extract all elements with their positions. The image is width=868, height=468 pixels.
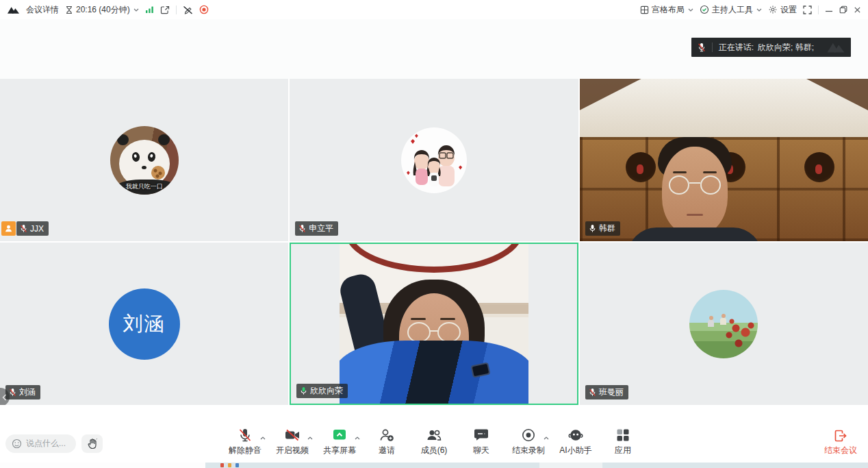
- glasses: [407, 322, 431, 343]
- titlebar-right: 宫格布局 主持人工具 设置: [640, 4, 861, 16]
- watermark-logo-icon: [821, 41, 851, 53]
- video-tile-jjx[interactable]: 我就只吃一口 JJX: [0, 79, 288, 241]
- hand-raised-badge: [1, 221, 16, 236]
- meeting-window: 会议详情 20:16 (40分钟): [0, 0, 868, 468]
- chevron-down-icon: [133, 8, 139, 12]
- pop-out-window-icon[interactable]: [160, 5, 170, 14]
- mic-muted-icon: [20, 224, 27, 233]
- control-label: AI小助手: [559, 445, 591, 456]
- shield-check-icon: [700, 5, 709, 14]
- ceiling-lamp: [345, 244, 523, 273]
- meeting-controls: 解除静音 开启视频 共享屏幕: [229, 426, 639, 456]
- mic-muted-icon: [691, 42, 712, 52]
- fullscreen-button[interactable]: [803, 5, 812, 14]
- members-icon: [426, 426, 442, 443]
- end-meeting-button[interactable]: 结束会议: [824, 429, 857, 456]
- mic-on-icon: [589, 224, 596, 233]
- network-signal-icon[interactable]: [145, 5, 154, 14]
- end-meeting-label: 结束会议: [824, 445, 857, 456]
- close-button[interactable]: [854, 6, 861, 14]
- avatar-panda-sticker: 我就只吃一口: [110, 126, 179, 195]
- titlebar-left: 会议详情 20:16 (40分钟): [7, 4, 209, 16]
- participant-nametag: JJX: [16, 221, 49, 236]
- mic-muted-icon: [298, 224, 306, 233]
- participant-name: 韩群: [599, 223, 615, 234]
- settings-button[interactable]: 设置: [768, 4, 797, 16]
- control-label: 成员(6): [421, 445, 448, 456]
- ai-assistant-icon: [567, 426, 584, 443]
- timer-dropdown[interactable]: 20:16 (40分钟): [65, 4, 139, 16]
- invite-person-icon: [379, 426, 395, 443]
- cookie: [151, 166, 165, 180]
- mic-muted-icon: [238, 426, 253, 443]
- avatar-family-cartoon: [401, 127, 467, 193]
- apps-button[interactable]: 应用: [607, 426, 639, 456]
- video-tile-xinxinxiangrong[interactable]: 欣欣向荣: [290, 243, 578, 405]
- host-tools-button[interactable]: 主持人工具: [700, 4, 762, 16]
- participant-nametag: 刘涵: [5, 385, 40, 399]
- titlebar: 会议详情 20:16 (40分钟): [0, 0, 868, 19]
- sticker-caption: 我就只吃一口: [110, 182, 179, 191]
- apps-grid-icon: [615, 426, 630, 443]
- control-label: 共享屏幕: [323, 445, 356, 456]
- layout-dropdown-button[interactable]: 宫格布局: [640, 4, 693, 16]
- control-label: 应用: [615, 445, 631, 456]
- members-button[interactable]: 成员(6): [418, 426, 450, 456]
- speaking-names: 欣欣向荣; 韩群;: [758, 42, 814, 53]
- recording-options-caret[interactable]: [544, 432, 549, 442]
- participant-name: 申立平: [309, 223, 333, 234]
- participant-name: 刘涵: [19, 386, 36, 398]
- control-label: 邀请: [379, 445, 395, 456]
- participant-name: JJX: [30, 224, 44, 234]
- raise-hand-button[interactable]: [81, 434, 103, 453]
- recording-icon: [521, 426, 536, 443]
- video-ceiling: [580, 79, 868, 144]
- video-frame: [340, 244, 528, 404]
- hourglass-icon: [65, 5, 73, 14]
- speaking-banner: 正在讲话: 欣欣向荣; 韩群;: [691, 38, 851, 57]
- annotation-off-icon[interactable]: [183, 5, 193, 14]
- restore-window-button[interactable]: [839, 5, 847, 14]
- video-tile-banmanli[interactable]: 班曼丽: [580, 243, 868, 405]
- audio-options-caret[interactable]: [260, 432, 266, 442]
- recording-indicator-icon[interactable]: [199, 5, 209, 14]
- camera-off-icon: [284, 426, 301, 443]
- layout-label: 宫格布局: [652, 4, 685, 16]
- video-grid: 我就只吃一口 JJX: [0, 79, 868, 405]
- meeting-details-label: 会议详情: [26, 4, 59, 16]
- video-tile-liuhan[interactable]: 刘涵 刘涵: [0, 243, 288, 405]
- video-tile-hanqun[interactable]: 韩群: [580, 79, 868, 241]
- participant-nametag: 韩群: [585, 221, 620, 236]
- start-video-button[interactable]: 开启视频: [276, 426, 309, 456]
- ai-assistant-button[interactable]: AI小助手: [559, 426, 592, 456]
- stop-recording-button[interactable]: 结束录制: [512, 426, 545, 456]
- avatar-landscape-art: [689, 290, 758, 358]
- control-label: 结束录制: [512, 445, 545, 456]
- chevron-down-icon: [756, 8, 762, 12]
- control-label: 开启视频: [276, 445, 309, 456]
- avatar-name-circle: 刘涵: [109, 288, 180, 360]
- gear-icon: [768, 5, 778, 14]
- host-tools-label: 主持人工具: [712, 4, 753, 16]
- raised-hand-icon: [87, 438, 98, 449]
- speaking-label: 正在讲话:: [719, 42, 754, 53]
- chat-bubble-icon: [473, 426, 489, 443]
- minimize-button[interactable]: [825, 5, 833, 14]
- control-label: 聊天: [473, 445, 489, 456]
- speaking-banner-text: 正在讲话: 欣欣向荣; 韩群;: [713, 42, 821, 53]
- share-screen-icon: [331, 426, 348, 443]
- share-screen-button[interactable]: 共享屏幕: [323, 426, 356, 456]
- share-options-caret[interactable]: [355, 432, 360, 442]
- meeting-details-button[interactable]: 会议详情: [26, 4, 59, 16]
- unmute-button[interactable]: 解除静音: [229, 426, 261, 456]
- mic-speaking-icon: [300, 386, 307, 395]
- app-logo-icon: [7, 5, 20, 14]
- chat-message-input[interactable]: 说点什么...: [5, 434, 76, 453]
- chat-button[interactable]: 聊天: [465, 426, 498, 456]
- avatar-name-text: 刘涵: [123, 310, 166, 338]
- invite-button[interactable]: 邀请: [370, 426, 403, 456]
- participant-name: 班曼丽: [599, 386, 624, 398]
- video-tile-shenliping[interactable]: 申立平: [290, 79, 578, 241]
- leave-meeting-icon: [834, 429, 847, 443]
- video-options-caret[interactable]: [307, 432, 313, 442]
